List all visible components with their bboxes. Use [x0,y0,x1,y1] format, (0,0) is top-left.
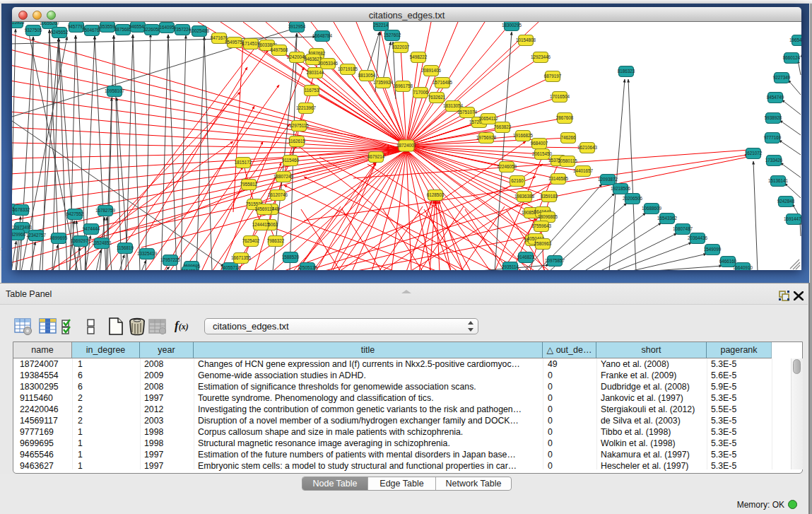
svg-text:15751074: 15751074 [457,110,478,115]
svg-text:10958107: 10958107 [105,88,125,93]
svg-text:14401657: 14401657 [573,168,594,173]
svg-text:9115460: 9115460 [282,158,300,163]
svg-text:16648784: 16648784 [312,33,333,38]
svg-text:16914479: 16914479 [784,216,801,221]
svg-text:19756928: 19756928 [476,135,497,140]
svg-text:14569117: 14569117 [254,206,274,211]
svg-text:3912954: 3912954 [288,24,306,29]
svg-text:18300295: 18300295 [502,23,522,28]
svg-text:62160: 62160 [511,178,524,183]
svg-text:15716485: 15716485 [433,80,453,85]
svg-text:1156819: 1156819 [117,245,134,250]
svg-text:717006: 717006 [413,90,428,95]
svg-text:8359183: 8359183 [541,194,558,199]
svg-text:164095: 164095 [159,25,175,30]
svg-text:10655267: 10655267 [40,22,60,25]
svg-text:20053346: 20053346 [318,61,339,66]
svg-text:8454749: 8454749 [767,95,784,100]
svg-text:6879197: 6879197 [544,74,562,78]
svg-text:1733426: 1733426 [765,158,783,163]
svg-text:16671355: 16671355 [231,255,252,260]
svg-text:8660124: 8660124 [783,55,801,60]
svg-text:20615450: 20615450 [532,151,553,156]
svg-text:9329966: 9329966 [12,232,26,237]
svg-text:4679214: 4679214 [367,154,385,159]
svg-text:12505135: 12505135 [298,265,318,270]
svg-text:7663822: 7663822 [494,124,512,129]
svg-text:12923446: 12923446 [531,54,551,59]
svg-text:19218506: 19218506 [611,186,631,191]
svg-text:17957225: 17957225 [160,257,181,262]
svg-text:6497568: 6497568 [271,47,288,52]
svg-text:12342757: 12342757 [26,233,47,238]
svg-text:17359924: 17359924 [373,80,394,85]
svg-text:10025488: 10025488 [189,28,210,33]
svg-text:10975857: 10975857 [545,258,565,263]
svg-text:12213967: 12213967 [296,105,317,110]
svg-text:9474444: 9474444 [83,226,100,231]
svg-text:16961758: 16961758 [393,83,413,88]
svg-text:19836388: 19836388 [514,194,535,199]
svg-text:1549099: 1549099 [704,247,722,252]
svg-text:9227349: 9227349 [773,75,791,80]
svg-text:19166825: 19166825 [513,133,534,138]
svg-text:1527602: 1527602 [384,33,401,37]
svg-text:16120746: 16120746 [268,192,288,197]
svg-text:15136141: 15136141 [768,178,789,183]
svg-text:9245652: 9245652 [51,30,69,35]
svg-text:16543362: 16543362 [657,216,678,221]
svg-text:8813054: 8813054 [358,73,376,78]
svg-text:9684007: 9684007 [531,141,548,146]
svg-text:20206506: 20206506 [623,196,643,201]
svg-text:8186323: 8186323 [618,69,635,74]
svg-text:18724007: 18724007 [396,143,417,148]
svg-text:3624554: 3624554 [181,269,199,270]
svg-text:7986322: 7986322 [267,238,285,243]
svg-text:20364436: 20364436 [688,235,708,240]
svg-text:16210643: 16210643 [577,145,598,150]
svg-text:13325419: 13325419 [137,251,158,256]
svg-text:18096865: 18096865 [538,214,558,219]
svg-text:6128503: 6128503 [427,192,445,197]
svg-text:7955812: 7955812 [240,182,258,187]
svg-text:2580963: 2580963 [534,241,552,246]
svg-text:1621072: 1621072 [745,151,763,156]
svg-text:2935114: 2935114 [502,264,519,269]
svg-text:252214: 252214 [373,23,389,28]
svg-text:12093872: 12093872 [598,177,618,182]
svg-text:9777169: 9777169 [764,135,782,140]
svg-text:8215955: 8215955 [12,22,25,25]
svg-text:3226058: 3226058 [143,27,161,32]
svg-text:746266: 746266 [560,135,576,140]
svg-text:13692971: 13692971 [71,238,91,243]
svg-text:12975115: 12975115 [289,123,309,128]
svg-text:20891406: 20891406 [421,68,442,73]
svg-text:18807249: 18807249 [273,174,294,179]
svg-text:19654923: 19654923 [789,37,801,42]
svg-text:1244415: 1244415 [252,222,270,227]
svg-text:9146821: 9146821 [517,255,535,259]
svg-text:10688609: 10688609 [642,206,662,211]
svg-text:7632621: 7632621 [428,95,446,100]
svg-text:13524851: 13524851 [92,240,112,245]
svg-text:9327505: 9327505 [25,28,42,33]
svg-text:7625402: 7625402 [242,238,260,243]
svg-text:16640910: 16640910 [733,265,753,270]
svg-text:20580115: 20580115 [558,158,577,163]
svg-text:9427552: 9427552 [66,211,84,216]
svg-text:10807487: 10807487 [673,226,693,231]
svg-text:13146585: 13146585 [548,176,569,181]
svg-text:18313054: 18313054 [443,103,464,108]
svg-text:9899695: 9899695 [50,235,68,240]
svg-text:2803144: 2803144 [307,70,324,75]
svg-text:1162615: 1162615 [288,139,306,144]
svg-text:9242848: 9242848 [777,199,795,204]
svg-text:2867608: 2867608 [556,115,574,120]
svg-text:10654112: 10654112 [478,116,498,121]
svg-text:1815172: 1815172 [235,160,252,165]
svg-text:14055712: 14055712 [220,265,241,270]
svg-text:5938928: 5938928 [765,115,782,120]
svg-text:16782759: 16782759 [95,208,116,213]
svg-text:12246058: 12246058 [497,164,517,169]
svg-text:17559643: 17559643 [531,223,552,228]
